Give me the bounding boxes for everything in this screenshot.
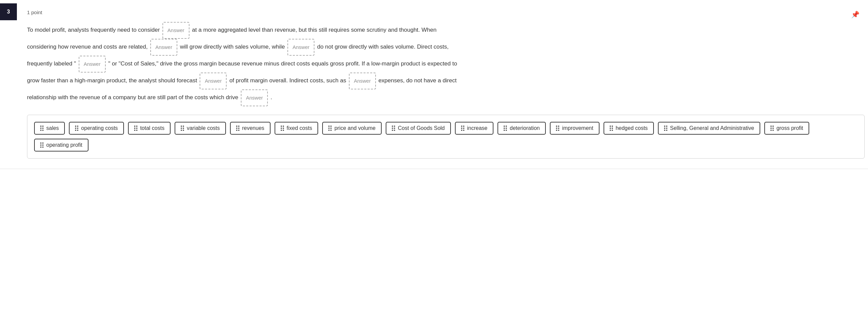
pin-icon[interactable]: 📌 bbox=[851, 11, 860, 18]
drag-dots bbox=[610, 126, 613, 131]
drag-item-sga[interactable]: Selling, General and Administrative bbox=[658, 122, 760, 135]
drag-item-label: total costs bbox=[140, 125, 164, 131]
drag-item-label: price and volume bbox=[334, 125, 376, 131]
answer-blank-4[interactable]: Answer bbox=[79, 56, 106, 73]
drag-dots bbox=[236, 126, 239, 131]
drag-item-hedged-costs[interactable]: hedged costs bbox=[604, 122, 654, 135]
drag-item-improvement[interactable]: improvement bbox=[550, 122, 599, 135]
drag-item-variable-costs[interactable]: variable costs bbox=[175, 122, 226, 135]
drag-dots bbox=[770, 126, 774, 131]
drag-dots bbox=[392, 126, 395, 131]
drag-item-label: Cost of Goods Sold bbox=[398, 125, 445, 131]
answer-blank-2[interactable]: Answer bbox=[150, 39, 177, 56]
drag-dots bbox=[504, 126, 507, 131]
answer-blank-5[interactable]: Answer bbox=[200, 73, 227, 89]
drag-items-container: sales operating costs total costs variab… bbox=[27, 115, 865, 159]
points-label: 1 point bbox=[27, 9, 42, 15]
drag-item-sales[interactable]: sales bbox=[34, 122, 65, 135]
drag-item-operating-costs[interactable]: operating costs bbox=[69, 122, 124, 135]
text-segment-1: To model profit, analysts frequently nee… bbox=[27, 27, 161, 33]
text-segment-10: expenses, do not have a direct bbox=[378, 77, 457, 84]
drag-dots bbox=[328, 126, 332, 131]
drag-dots bbox=[664, 126, 667, 131]
drag-item-label: deterioration bbox=[510, 125, 540, 131]
answer-blank-3[interactable]: Answer bbox=[287, 39, 314, 56]
text-segment-4: will grow directly with sales volume, wh… bbox=[180, 44, 287, 50]
text-segment-5: do not grow directly with sales volume. … bbox=[317, 44, 449, 50]
text-segment-11: relationship with the revenue of a compa… bbox=[27, 94, 240, 101]
drag-item-gross-profit[interactable]: gross profit bbox=[764, 122, 809, 135]
text-segment-2: at a more aggregated level than revenue,… bbox=[192, 27, 437, 33]
drag-item-operating-profit[interactable]: operating profit bbox=[34, 139, 88, 152]
text-segment-6: frequently labeled " bbox=[27, 60, 78, 67]
text-segment-7: " or "Cost of Sales," drive the gross ma… bbox=[108, 60, 457, 67]
drag-item-label: improvement bbox=[562, 125, 593, 131]
drag-dots bbox=[281, 126, 284, 131]
drag-item-label: Selling, General and Administrative bbox=[670, 125, 754, 131]
drag-dots bbox=[461, 126, 464, 131]
text-segment-8: grow faster than a high-margin product, … bbox=[27, 77, 199, 84]
drag-dots bbox=[181, 126, 184, 131]
text-segment-3: considering how revenue and costs are re… bbox=[27, 44, 149, 50]
drag-item-label: increase bbox=[467, 125, 487, 131]
drag-item-label: revenues bbox=[242, 125, 264, 131]
drag-item-deterioration[interactable]: deterioration bbox=[497, 122, 546, 135]
drag-item-label: hedged costs bbox=[616, 125, 648, 131]
drag-item-label: sales bbox=[46, 125, 59, 131]
text-segment-12: . bbox=[271, 94, 272, 101]
drag-item-label: operating costs bbox=[81, 125, 118, 131]
answer-blank-1[interactable]: Answer bbox=[162, 22, 189, 39]
answer-blank-7[interactable]: Answer bbox=[241, 89, 268, 106]
drag-item-label: gross profit bbox=[776, 125, 803, 131]
drag-dots bbox=[134, 126, 137, 131]
drag-item-price-and-volume[interactable]: price and volume bbox=[322, 122, 382, 135]
drag-item-total-costs[interactable]: total costs bbox=[128, 122, 171, 135]
drag-dots bbox=[40, 142, 44, 148]
question-number: 3 bbox=[0, 3, 17, 20]
drag-dots bbox=[556, 126, 559, 131]
drag-item-label: variable costs bbox=[187, 125, 220, 131]
drag-item-label: operating profit bbox=[46, 142, 82, 148]
drag-item-increase[interactable]: increase bbox=[455, 122, 493, 135]
drag-item-fixed-costs[interactable]: fixed costs bbox=[275, 122, 318, 135]
drag-dots bbox=[40, 126, 44, 131]
drag-item-cost-of-goods-sold[interactable]: Cost of Goods Sold bbox=[386, 122, 451, 135]
text-segment-9: of profit margin overall. Indirect costs… bbox=[229, 77, 348, 84]
question-text: To model profit, analysts frequently nee… bbox=[27, 22, 865, 106]
drag-item-label: fixed costs bbox=[287, 125, 312, 131]
answer-blank-6[interactable]: Answer bbox=[349, 73, 376, 89]
drag-item-revenues[interactable]: revenues bbox=[230, 122, 271, 135]
drag-dots bbox=[75, 126, 78, 131]
